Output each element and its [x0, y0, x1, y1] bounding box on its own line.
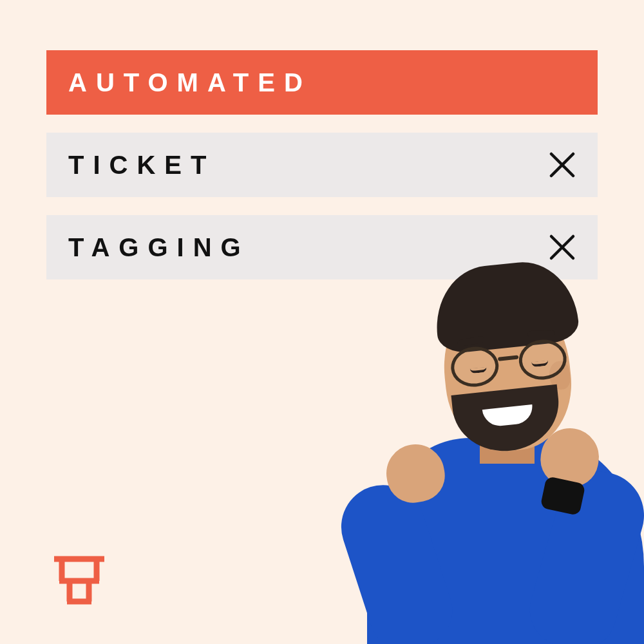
- celebrating-person-illustration: [348, 283, 644, 644]
- banner-automated: AUTOMATED: [46, 50, 598, 115]
- banner-stack: AUTOMATED TICKET TAGGING: [46, 50, 598, 298]
- close-icon[interactable]: [549, 234, 576, 261]
- banner-label: TICKET: [68, 151, 215, 180]
- banner-label: TAGGING: [68, 233, 250, 262]
- banner-ticket: TICKET: [46, 133, 598, 197]
- banner-tagging: TAGGING: [46, 215, 598, 279]
- close-icon[interactable]: [549, 151, 576, 178]
- banner-label: AUTOMATED: [68, 68, 312, 97]
- brand-logo-icon: [50, 551, 108, 609]
